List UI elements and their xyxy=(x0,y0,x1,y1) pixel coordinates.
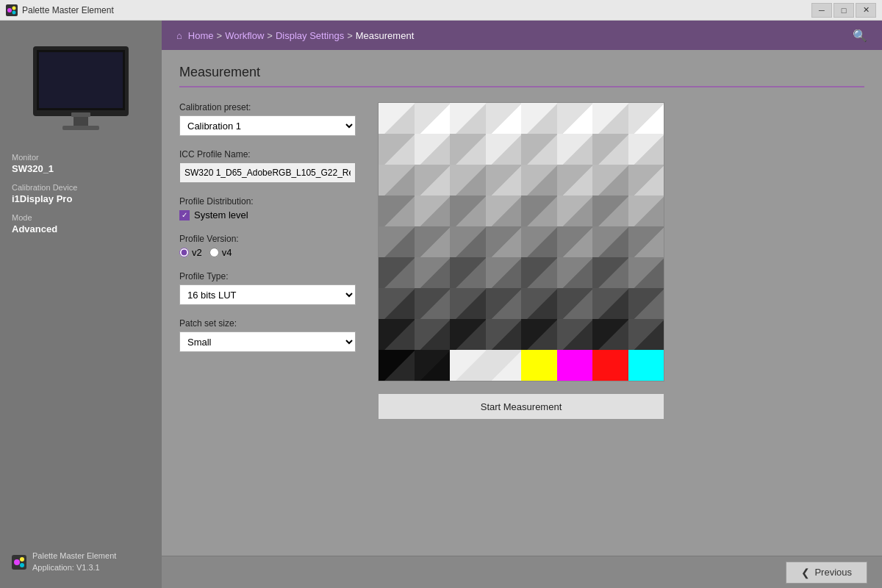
patch-cell xyxy=(486,350,522,381)
patch-cell xyxy=(592,350,628,381)
patch-cell xyxy=(450,319,486,350)
v4-radio[interactable] xyxy=(209,248,219,257)
patch-cell xyxy=(557,257,593,288)
svg-point-11 xyxy=(14,559,20,565)
patch-triangle-top xyxy=(592,319,628,350)
minimize-button[interactable]: ─ xyxy=(811,3,832,18)
patch-triangle-top xyxy=(450,165,486,196)
patch-cell xyxy=(628,165,664,196)
patch-triangle-top xyxy=(379,103,415,134)
svg-rect-8 xyxy=(39,52,123,108)
monitor-label: Monitor xyxy=(12,153,150,162)
patch-triangle-top xyxy=(450,196,486,226)
patch-triangle-top xyxy=(450,288,486,319)
patch-triangle-top xyxy=(628,165,664,196)
profile-type-label: Profile Type: xyxy=(179,271,356,282)
patch-cell xyxy=(628,134,664,165)
patch-triangle-top xyxy=(521,165,557,196)
patch-triangle-top xyxy=(415,288,451,319)
profile-version-options: v2 v4 xyxy=(179,247,356,258)
patch-triangle-top xyxy=(592,196,628,226)
title-bar-left: Palette Master Element xyxy=(6,4,114,16)
patch-triangle-top xyxy=(628,319,664,350)
device-label: Calibration Device xyxy=(12,183,150,192)
v2-label: v2 xyxy=(192,247,202,258)
patch-cell xyxy=(557,319,593,350)
patch-triangle-top xyxy=(486,134,522,165)
patch-cell xyxy=(379,103,415,134)
search-button[interactable]: 🔍 xyxy=(853,29,867,43)
patch-cell xyxy=(592,319,628,350)
profile-type-select[interactable]: 16 bits LUT 8 bits LUT Matrix xyxy=(179,284,356,305)
patch-triangle-top xyxy=(557,257,593,288)
svg-rect-4 xyxy=(74,116,88,126)
content-columns: Calibration preset: Calibration 1 Calibr… xyxy=(179,102,864,541)
calibration-preset-label: Calibration preset: xyxy=(179,102,356,112)
patch-triangle-top xyxy=(521,319,557,350)
form-column: Calibration preset: Calibration 1 Calibr… xyxy=(179,102,356,541)
v4-label: v4 xyxy=(222,247,232,258)
patch-cell xyxy=(379,350,415,381)
v2-option: v2 xyxy=(179,247,202,258)
patch-cell xyxy=(628,257,664,288)
maximize-button[interactable]: □ xyxy=(833,3,854,18)
close-button[interactable]: ✕ xyxy=(856,3,876,18)
previous-label: Previous xyxy=(814,567,852,578)
patch-triangle-top xyxy=(557,165,593,196)
patch-size-group: Patch set size: Small Medium Large xyxy=(179,318,356,352)
start-measurement-button[interactable]: Start Measurement xyxy=(378,393,664,420)
system-level-checkbox[interactable]: ✓ xyxy=(179,210,190,220)
footer-app-name: Palette Master Element xyxy=(32,551,116,562)
patch-triangle-top xyxy=(379,350,415,381)
patch-triangle-top xyxy=(592,165,628,196)
patch-cell xyxy=(592,226,628,257)
patch-cell xyxy=(557,165,593,196)
patch-cell xyxy=(628,288,664,319)
previous-button[interactable]: ❮ Previous xyxy=(786,562,867,584)
patch-cell xyxy=(557,350,593,381)
patch-triangle-top xyxy=(415,165,451,196)
svg-point-12 xyxy=(20,557,24,562)
patch-cell xyxy=(521,319,557,350)
patch-cell xyxy=(557,226,593,257)
patch-triangle-top xyxy=(628,103,664,134)
patch-triangle-top xyxy=(592,226,628,257)
patch-triangle-top xyxy=(557,134,593,165)
svg-rect-5 xyxy=(62,126,99,130)
svg-point-1 xyxy=(7,8,12,12)
svg-point-2 xyxy=(12,6,16,10)
patch-triangle-top xyxy=(379,226,415,257)
device-value: i1Display Pro xyxy=(12,193,150,204)
patch-cell xyxy=(450,103,486,134)
monitor-svg xyxy=(26,39,136,135)
patch-cell xyxy=(592,165,628,196)
patch-cell xyxy=(450,226,486,257)
patch-cell xyxy=(486,134,522,165)
calibration-preset-group: Calibration preset: Calibration 1 Calibr… xyxy=(179,102,356,136)
patch-cell xyxy=(450,196,486,226)
patch-triangle-top xyxy=(486,103,522,134)
monitor-value: SW320_1 xyxy=(12,163,150,174)
breadcrumb-home[interactable]: Home xyxy=(188,30,214,41)
breadcrumb-display-settings[interactable]: Display Settings xyxy=(276,30,344,41)
patch-size-select[interactable]: Small Medium Large xyxy=(179,331,356,352)
footer-text: Palette Master Element Application: V1.3… xyxy=(32,551,116,573)
patch-cell xyxy=(628,319,664,350)
patch-cell xyxy=(592,134,628,165)
patch-cell xyxy=(415,165,451,196)
calibration-preset-select[interactable]: Calibration 1 Calibration 2 Calibration … xyxy=(179,115,356,136)
patch-triangle-top xyxy=(450,134,486,165)
icc-profile-input[interactable] xyxy=(179,162,356,183)
system-level-text: System level xyxy=(194,209,248,220)
v2-radio[interactable] xyxy=(179,248,189,257)
breadcrumb-workflow[interactable]: Workflow xyxy=(225,30,264,41)
patch-cell xyxy=(415,196,451,226)
patch-cell xyxy=(379,288,415,319)
patch-triangle-top xyxy=(628,257,664,288)
patch-triangle-top xyxy=(415,257,451,288)
patch-triangle-top xyxy=(592,103,628,134)
page-title: Measurement xyxy=(179,65,864,87)
patch-cell xyxy=(415,134,451,165)
content-area: Measurement Calibration preset: Calibrat… xyxy=(162,50,882,556)
svg-point-3 xyxy=(12,10,16,14)
